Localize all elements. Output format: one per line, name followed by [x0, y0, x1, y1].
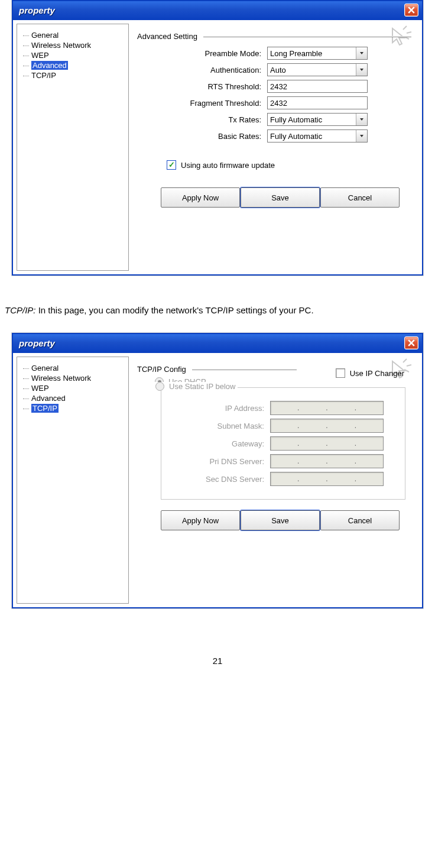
tree-item-advanced[interactable]: Advanced [21, 60, 125, 70]
section-title: TCP/IP Config [137, 365, 192, 374]
chevron-down-icon [356, 130, 367, 142]
window-title: property [19, 338, 55, 348]
radio-use-static-ip[interactable] [155, 382, 164, 391]
chevron-down-icon [356, 64, 367, 76]
label-use-static-ip: Use Static IP below [169, 382, 235, 391]
tcpip-caption: TCP/IP: In this page, you can modify the… [0, 305, 435, 315]
label-rts-threshold: RTS Threshold: [137, 82, 267, 91]
cancel-button[interactable]: Cancel [320, 510, 400, 530]
label-fragment-threshold: Fragment Threshold: [137, 99, 267, 108]
input-gateway[interactable]: ... [270, 436, 384, 451]
close-button[interactable] [404, 4, 418, 17]
label-gateway: Gateway: [164, 439, 270, 448]
tree-item-tcpip[interactable]: TCP/IP [21, 70, 125, 80]
titlebar[interactable]: property [13, 1, 422, 20]
save-button[interactable]: Save [241, 510, 320, 530]
cancel-button[interactable]: Cancel [320, 187, 400, 208]
window-title: property [19, 5, 55, 15]
input-rts-threshold[interactable] [267, 80, 368, 93]
label-ip-address: IP Address: [164, 404, 270, 413]
label-authentication: Authentication: [137, 66, 267, 75]
nav-tree[interactable]: General Wireless Network WEP Advanced TC… [17, 24, 129, 271]
checkbox-auto-firmware-update[interactable] [167, 160, 176, 170]
input-fragment-threshold[interactable] [267, 96, 368, 109]
checkbox-use-ip-changer[interactable] [336, 368, 345, 378]
property-dialog-advanced: property General Wireless Network WEP Ad… [12, 0, 423, 276]
titlebar[interactable]: property [13, 334, 422, 353]
close-icon [408, 339, 415, 346]
tree-item-general[interactable]: General [21, 30, 125, 40]
tree-item-wireless-network[interactable]: Wireless Network [21, 373, 125, 383]
close-icon [408, 7, 415, 14]
tree-item-advanced[interactable]: Advanced [21, 393, 125, 403]
chevron-down-icon [356, 47, 367, 59]
label-use-ip-changer: Use IP Changer [350, 369, 404, 378]
tree-item-wep[interactable]: WEP [21, 383, 125, 393]
apply-now-button[interactable]: Apply Now [161, 510, 240, 530]
tree-item-tcpip[interactable]: TCP/IP [21, 403, 125, 413]
caption-text: In this page, you can modify the network… [36, 305, 314, 315]
property-dialog-tcpip: property General Wireless Network WEP Ad… [12, 333, 423, 608]
combo-preamble-mode[interactable]: Long Preamble [267, 47, 368, 60]
combo-basic-rates[interactable]: Fully Automatic [267, 129, 368, 142]
label-tx-rates: Tx Rates: [137, 115, 267, 124]
input-ip-address[interactable]: ... [270, 401, 384, 415]
label-preamble-mode: Preamble Mode: [137, 49, 267, 58]
label-pri-dns: Pri DNS Server: [164, 457, 270, 466]
chevron-down-icon [356, 114, 367, 125]
nav-tree[interactable]: General Wireless Network WEP Advanced TC… [17, 357, 129, 604]
tcpip-config-pane: TCP/IP Config Use IP Changer Use DHCP Us… [131, 353, 422, 607]
label-subnet-mask: Subnet Mask: [164, 422, 270, 430]
tree-item-general[interactable]: General [21, 363, 125, 373]
label-basic-rates: Basic Rates: [137, 132, 267, 141]
tree-item-wep[interactable]: WEP [21, 50, 125, 60]
advanced-settings-pane: Advanced Setting Preamble Mode: Long Pre… [131, 20, 422, 274]
label-sec-dns: Sec DNS Server: [164, 475, 270, 484]
input-sec-dns[interactable]: ... [270, 472, 384, 486]
input-pri-dns[interactable]: ... [270, 454, 384, 468]
label-auto-firmware-update: Using auto firmware update [181, 161, 275, 170]
combo-tx-rates[interactable]: Fully Automatic [267, 113, 368, 126]
caption-lead: TCP/IP: [5, 305, 36, 315]
apply-now-button[interactable]: Apply Now [161, 187, 240, 208]
page-number: 21 [0, 656, 435, 666]
section-title: Advanced Setting [137, 32, 203, 41]
combo-authentication[interactable]: Auto [267, 63, 368, 76]
input-subnet-mask[interactable]: ... [270, 419, 384, 433]
tree-item-wireless-network[interactable]: Wireless Network [21, 40, 125, 50]
close-button[interactable] [404, 336, 418, 349]
save-button[interactable]: Save [241, 187, 320, 208]
static-ip-groupbox: Use Static IP below IP Address: ... Subn… [161, 387, 405, 500]
